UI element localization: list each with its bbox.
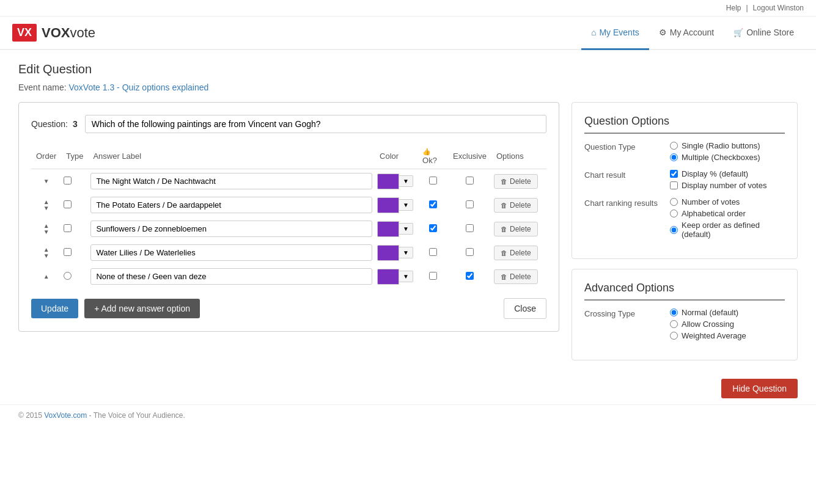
arrow-down[interactable]: ▼ [43, 205, 50, 211]
delete-button[interactable]: Delete [494, 198, 538, 213]
arrow-down[interactable]: ▼ [43, 229, 50, 235]
color-picker[interactable]: ▼ [377, 173, 415, 189]
ok-checkbox[interactable] [429, 177, 437, 184]
ok-cell [417, 217, 448, 241]
question-number: 3 [73, 119, 78, 129]
logout-link[interactable]: Logout Winston [753, 4, 804, 12]
color-swatch[interactable] [377, 269, 399, 285]
answer-label-input[interactable] [90, 221, 372, 237]
alpha-order-option[interactable]: Alphabetical order [670, 209, 785, 218]
nav-my-events[interactable]: My Events [581, 16, 649, 50]
single-radio[interactable] [670, 142, 678, 150]
delete-button[interactable]: Delete [494, 246, 538, 260]
order-arrows[interactable]: ▲ [34, 274, 59, 280]
color-dropdown-btn[interactable]: ▼ [399, 199, 413, 211]
multiple-radio-option[interactable]: Multiple (Checkboxes) [670, 153, 760, 162]
question-options-panel: Question Options Question Type Single (R… [572, 102, 798, 259]
display-percent-check[interactable] [670, 170, 678, 178]
order-arrows[interactable]: ▲▼ [34, 223, 59, 235]
color-dropdown-btn[interactable]: ▼ [399, 271, 413, 282]
order-arrows[interactable]: ▲▼ [34, 247, 59, 259]
col-header-exclusive: Exclusive [448, 143, 491, 169]
type-checkbox[interactable] [64, 248, 72, 256]
exclusive-checkbox[interactable] [466, 272, 474, 280]
exclusive-checkbox[interactable] [466, 248, 474, 256]
color-dropdown-btn[interactable]: ▼ [399, 247, 413, 258]
nav-online-store[interactable]: Online Store [724, 16, 804, 50]
color-picker[interactable]: ▼ [377, 245, 415, 261]
color-dropdown-btn[interactable]: ▼ [399, 223, 413, 235]
answer-label-input[interactable] [90, 268, 372, 285]
answer-label-input[interactable] [90, 173, 372, 189]
main-layout: Question: 3 Order Type Answer Label Colo… [18, 102, 798, 360]
chart-ranking-label: Chart ranking results [584, 197, 670, 208]
normal-crossing-radio[interactable] [670, 309, 678, 316]
weighted-average-radio[interactable] [670, 332, 678, 340]
display-percent-option[interactable]: Display % (default) [670, 169, 766, 178]
color-swatch[interactable] [377, 245, 399, 261]
delete-button[interactable]: Delete [494, 269, 538, 284]
help-link[interactable]: Help [726, 4, 741, 12]
order-arrows[interactable]: ▼ [34, 178, 59, 184]
label-cell [88, 169, 375, 194]
question-input[interactable] [85, 115, 546, 133]
question-label: Question: [31, 119, 68, 129]
keep-order-radio[interactable] [670, 226, 678, 234]
arrow-up[interactable]: ▲ [43, 199, 50, 205]
add-answer-button[interactable]: + Add new answer option [84, 299, 200, 318]
arrow-down[interactable]: ▼ [43, 253, 50, 259]
ok-checkbox[interactable] [429, 224, 437, 232]
exclusive-checkbox[interactable] [466, 177, 474, 184]
exclusive-checkbox[interactable] [466, 200, 474, 208]
color-swatch[interactable] [377, 221, 399, 237]
color-picker[interactable]: ▼ [377, 221, 415, 237]
arrow-up[interactable]: ▲ [43, 274, 50, 280]
allow-crossing-option[interactable]: Allow Crossing [670, 320, 746, 329]
allow-crossing-radio[interactable] [670, 320, 678, 328]
edit-form: Question: 3 Order Type Answer Label Colo… [18, 102, 559, 332]
col-header-order: Order [31, 143, 61, 169]
normal-crossing-option[interactable]: Normal (default) [670, 308, 746, 317]
num-votes-radio[interactable] [670, 198, 678, 206]
event-link[interactable]: VoxVote 1.3 - Quiz options explained [69, 82, 209, 92]
display-votes-check[interactable] [670, 181, 678, 189]
arrow-up[interactable]: ▲ [43, 247, 50, 253]
alpha-order-radio[interactable] [670, 210, 678, 217]
exclusive-checkbox[interactable] [466, 224, 474, 232]
answer-label-input[interactable] [90, 197, 372, 213]
footer-link[interactable]: VoxVote.com [44, 411, 87, 420]
type-radio[interactable] [64, 272, 72, 280]
ok-checkbox[interactable] [429, 200, 437, 208]
close-button[interactable]: Close [504, 298, 546, 319]
order-cell: ▲▼ [31, 241, 61, 265]
color-swatch[interactable] [377, 173, 399, 189]
color-picker[interactable]: ▼ [377, 269, 415, 285]
arrow-up[interactable]: ▲ [43, 223, 50, 229]
question-type-controls: Single (Radio buttons) Multiple (Checkbo… [670, 141, 760, 162]
keep-order-option[interactable]: Keep order as defined (default) [670, 221, 785, 239]
type-checkbox[interactable] [64, 200, 72, 208]
order-arrows[interactable]: ▲▼ [34, 199, 59, 211]
multiple-radio[interactable] [670, 153, 678, 161]
answer-label-input[interactable] [90, 244, 372, 261]
color-picker[interactable]: ▼ [377, 197, 415, 213]
num-votes-option[interactable]: Number of votes [670, 197, 785, 206]
color-swatch[interactable] [377, 197, 399, 213]
display-votes-option[interactable]: Display number of votes [670, 181, 766, 190]
nav-my-account[interactable]: My Account [649, 16, 724, 50]
type-checkbox[interactable] [64, 224, 72, 232]
single-radio-option[interactable]: Single (Radio buttons) [670, 141, 760, 150]
ok-checkbox[interactable] [429, 248, 437, 256]
update-button[interactable]: Update [31, 299, 78, 318]
hide-question-button[interactable]: Hide Question [721, 379, 798, 398]
col-header-ok: Ok? [417, 143, 448, 169]
weighted-average-option[interactable]: Weighted Average [670, 331, 746, 340]
type-checkbox[interactable] [64, 177, 72, 184]
delete-button[interactable]: Delete [494, 174, 538, 189]
arrow-down[interactable]: ▼ [43, 178, 50, 184]
col-header-type: Type [61, 143, 88, 169]
page-title: Edit Question [18, 62, 798, 76]
color-dropdown-btn[interactable]: ▼ [399, 175, 413, 187]
ok-checkbox[interactable] [429, 272, 437, 280]
delete-button[interactable]: Delete [494, 222, 538, 236]
